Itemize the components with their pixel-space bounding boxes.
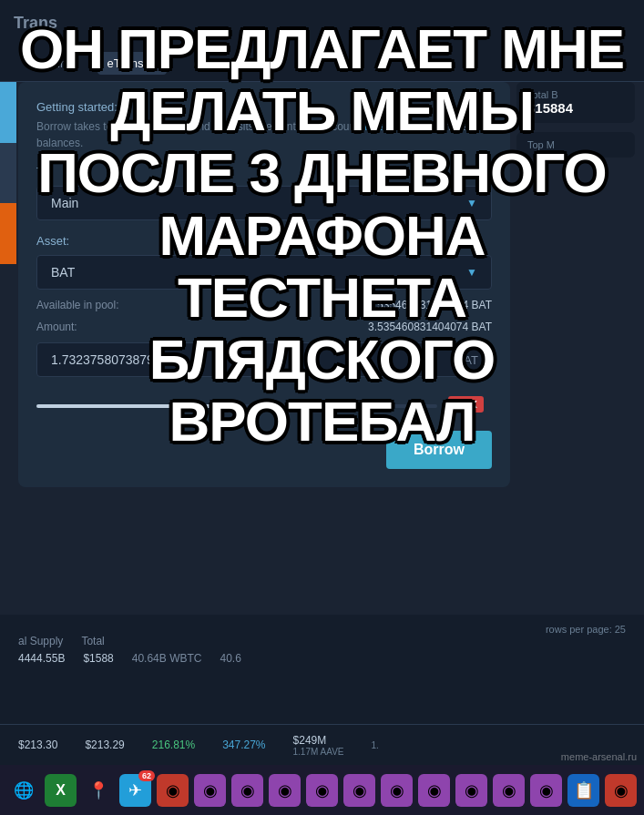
right-panel: Total B $15884 Top M [516, 82, 635, 167]
price3: $249M [293, 734, 344, 747]
total-badge: Total B $15884 [516, 82, 635, 123]
taskbar-app2[interactable]: ◉ [194, 774, 226, 807]
to-value: Main [51, 196, 78, 210]
col2-value: $1588 [83, 652, 113, 665]
total-b-label: Total B [527, 89, 624, 100]
taskbar-maps[interactable]: 📍 [82, 774, 114, 807]
to-label: To: [36, 165, 492, 178]
left-bar-seg3 [0, 203, 16, 264]
watermark: meme-arsenal.ru [561, 751, 637, 762]
taskbar-app4[interactable]: ◉ [269, 774, 301, 807]
available-label: Available in pool: [36, 299, 119, 311]
left-bar-seg1 [0, 82, 16, 143]
asset-label: Asset: [36, 234, 492, 248]
header-bar: Trans [0, 0, 644, 46]
top-m-badge: Top M [516, 132, 635, 158]
taskbar-app12[interactable]: ◉ [605, 774, 637, 807]
taskbar-notepad[interactable]: 📋 [567, 774, 599, 807]
total-b-value: $15884 [527, 100, 624, 116]
asset-value: BAT [51, 265, 75, 280]
amount-label: Amount: [36, 321, 77, 333]
taskbar-app6[interactable]: ◉ [343, 774, 375, 807]
taskbar-excel[interactable]: X [45, 774, 77, 807]
left-color-bar [0, 82, 16, 264]
bottom-table: rows per page: 25 al Supply Total 4444.5… [0, 615, 644, 724]
available-value: 3.535460831404074 BAT [368, 299, 492, 311]
to-dropdown-arrow: ▼ [466, 197, 477, 209]
slider-container: MAX [36, 395, 492, 413]
input-suffix: BAT [456, 353, 478, 367]
main-panel: Getting started: Borrow takes tokens fro… [18, 82, 510, 487]
rows-per-page: rows per page: 25 [18, 624, 626, 635]
panel-desc-text: Borrow takes tokens from Euler and depos… [36, 120, 364, 133]
col4-value: 40.6 [220, 652, 240, 665]
price-sub2: 1. [372, 740, 379, 750]
price-item-3: 216.81% [152, 739, 195, 751]
price-sub1: 1.17M AAVE [293, 747, 344, 757]
price1: $213.30 [18, 739, 57, 751]
to-dropdown[interactable]: Main ▼ [36, 186, 492, 220]
taskbar-app5[interactable]: ◉ [306, 774, 338, 807]
price-item-4: 347.27% [222, 739, 265, 751]
taskbar-app10[interactable]: ◉ [493, 774, 525, 807]
amount-value: 3.535460831404074 BAT [368, 321, 492, 333]
header-title: Trans [14, 14, 57, 33]
available-row: Available in pool: 3.535460831404074 BAT [36, 299, 492, 311]
col1-value: 4444.55B [18, 652, 65, 665]
table-header-row: al Supply Total [18, 635, 626, 647]
slider-track[interactable] [36, 404, 437, 408]
max-badge[interactable]: MAX [448, 396, 483, 413]
read-more-link[interactable]: Read more. [364, 120, 422, 133]
price-item-5: $249M 1.17M AAVE [293, 734, 344, 757]
slider-fill [36, 404, 229, 408]
tab-bar: Burn eTransfer dTransfer [0, 46, 644, 82]
table-data-row: 4444.55B $1588 40.64B WBTC 40.6 [18, 652, 626, 665]
supply-label: al Supply [18, 635, 63, 647]
top-m-label: Top M [527, 139, 624, 150]
telegram-badge: 62 [138, 770, 155, 781]
taskbar-app1[interactable]: ◉ [157, 774, 189, 807]
price-item-1: $213.30 [18, 739, 57, 751]
percent2: 347.27% [222, 739, 265, 751]
asset-dropdown[interactable]: BAT ▼ [36, 255, 492, 290]
left-bar-seg2 [0, 143, 16, 204]
price2: $213.29 [85, 739, 124, 751]
taskbar-app7[interactable]: ◉ [381, 774, 413, 807]
tab-dtransfer[interactable]: dTransfer [185, 52, 253, 75]
price-bar: $213.30 $213.29 216.81% 347.27% $249M 1.… [0, 724, 644, 765]
taskbar-app9[interactable]: ◉ [455, 774, 487, 807]
taskbar-chrome[interactable]: 🌐 [7, 774, 39, 807]
panel-getting-started: Getting started: [36, 100, 492, 114]
percent1: 216.81% [152, 739, 195, 751]
total-col-label: Total [81, 635, 104, 647]
taskbar-app11[interactable]: ◉ [530, 774, 562, 807]
amount-row: Amount: 3.535460831404074 BAT [36, 321, 492, 333]
amount-input-container: BAT [36, 342, 492, 377]
taskbar-app8[interactable]: ◉ [418, 774, 450, 807]
asset-dropdown-arrow: ▼ [466, 266, 477, 279]
tab-etransfer[interactable]: eTransfer [97, 52, 166, 75]
borrow-button[interactable]: Borrow [386, 431, 492, 469]
col3-value: 40.64B WBTC [132, 652, 202, 665]
taskbar-app3[interactable]: ◉ [231, 774, 263, 807]
price-item-2: $213.29 [85, 739, 124, 751]
panel-description: Borrow takes tokens from Euler and depos… [36, 118, 492, 151]
tab-burn[interactable]: Burn [36, 52, 79, 75]
price-item-6: 1. [372, 740, 379, 750]
taskbar-telegram[interactable]: ✈ 62 [119, 774, 151, 807]
amount-input[interactable] [36, 342, 492, 377]
slider-thumb[interactable] [225, 400, 238, 413]
taskbar: 🌐 X 📍 ✈ 62 ◉ ◉ ◉ ◉ ◉ ◉ ◉ ◉ ◉ ◉ ◉ 📋 ◉ [0, 765, 644, 815]
